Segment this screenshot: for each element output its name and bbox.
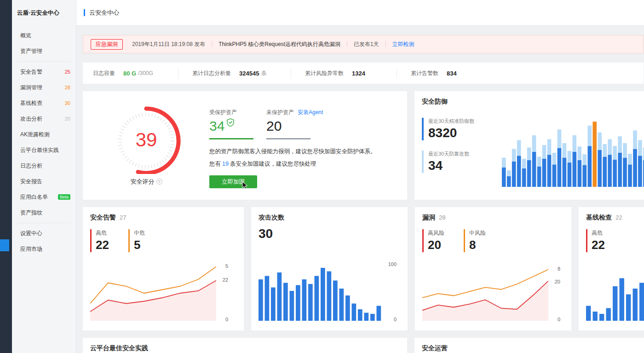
alerts-trend-chart: 5 22 0 [90, 263, 228, 324]
axis-label: 0 [394, 317, 397, 322]
banner-vuln-title: ThinkPHP5 核心类Request远程代码执行高危漏洞 [218, 41, 340, 48]
stat-log-analyzed: 累计日志分析量 324545 条 [178, 68, 291, 78]
protected-assets: 受保护资产 34 [209, 109, 260, 139]
sidebar-item-vuln-management[interactable]: 漏洞管理28 [12, 80, 76, 95]
axis-label: 100 [388, 261, 397, 267]
axis-label: 5 [225, 263, 228, 269]
security-score-value: 39 [106, 129, 187, 151]
menu-label: 安全报告 [20, 178, 42, 185]
sidebar-item-overview[interactable]: 概览 [12, 28, 76, 43]
score-description: 您的资产防御黑客入侵能力很弱，建议您尽快加固安全防护体系。 [209, 148, 398, 156]
sidebar-item-attack-analysis[interactable]: 攻击分析20 [12, 111, 76, 127]
divider [347, 41, 347, 47]
unprotected-assets: 未保护资产安装Agent 20 [266, 109, 323, 139]
defense-card-title: 安全防御 [422, 98, 448, 106]
sidebar-item-app-whitelist[interactable]: 应用白名单Beta [12, 189, 76, 205]
check-now-link[interactable]: 立即检测 [392, 41, 414, 48]
sidebar-item-baseline-check[interactable]: 基线检查30 [12, 95, 76, 111]
menu-label: 安全告警 [20, 68, 42, 76]
shield-check-icon [227, 118, 234, 127]
precise-defense-stat: 最近30天精准防御数 8320 [422, 118, 500, 140]
banner-published-days: 已发布1天 [354, 41, 379, 48]
baseline-bars [586, 263, 644, 321]
axis-label: 20 [555, 279, 560, 284]
menu-label: 设置中心 [20, 230, 42, 237]
axis-label: 0 [225, 317, 228, 322]
vulns-count-badge: 28 [65, 85, 70, 90]
menu-label: 应用市场 [20, 245, 42, 253]
stat-log-capacity: 日志容量 80 G /300G [83, 68, 178, 78]
menu-label: 基线检查 [20, 99, 42, 107]
sidebar-item-settings[interactable]: 设置中心 [12, 226, 76, 241]
protected-assets-label: 受保护资产 [209, 109, 260, 116]
sidebar-menu: 概览 资产管理 安全告警25 漏洞管理28 基线检查30 攻击分析20 AK泄露… [12, 26, 76, 257]
menu-label: 攻击分析 [20, 115, 42, 123]
info-icon[interactable]: ? [156, 179, 162, 185]
attack-count-badge: 20 [65, 116, 70, 122]
baseline-total-count: 22 [615, 214, 622, 221]
vulnerabilities-card: 漏洞28 高风险 20 中风险 8 8 [415, 207, 571, 330]
sidebar-item-security-alerts[interactable]: 安全告警25 [12, 64, 76, 80]
defense-stats: 最近30天精准防御数 8320 最近30天防篡改数 34 [422, 118, 500, 183]
menu-label: 日志分析 [20, 162, 42, 170]
security-operations-title: 安全运营 [422, 344, 448, 353]
menu-label: 资产管理 [20, 47, 42, 55]
sidebar-item-ak-leak-detect[interactable]: AK泄露检测 [12, 127, 76, 142]
unprotected-assets-value: 20 [266, 118, 323, 134]
mouse-cursor [242, 181, 248, 190]
cloud-best-practice-title: 云平台最佳安全实践 [90, 344, 148, 353]
page-header: 云安全中心 [76, 0, 644, 26]
emergency-vuln-banner: 应急漏洞 2019年1月11日 18:19:08 发布 ThinkPHP5 核心… [83, 35, 644, 53]
baseline-check-card: 基线检查22 高危 22 [579, 207, 644, 330]
sidebar-item-assets[interactable]: 资产管理 [12, 43, 76, 59]
install-agent-link[interactable]: 安装Agent [298, 109, 323, 116]
security-operations-card: 安全运营 [414, 338, 644, 353]
sidebar-item-app-market[interactable]: 应用市场 [12, 241, 76, 257]
menu-divider [17, 61, 70, 62]
menu-label: 资产指纹 [20, 209, 42, 217]
sidebar-item-log-analysis[interactable]: 日志分析 [12, 158, 76, 174]
vulns-medium-risk: 中风险 8 [464, 229, 486, 252]
unprotected-assets-label: 未保护资产 [266, 109, 294, 116]
vulns-total-count: 28 [439, 214, 445, 221]
sidebar-item-asset-fingerprint[interactable]: 资产指纹 [12, 205, 76, 220]
alerts-count-badge: 25 [65, 69, 70, 75]
security-score-card: 39 安全评分? 受保护资产 34 [83, 91, 407, 200]
stat-risk-anomalies: 累计风险异常数 1324 [291, 68, 397, 78]
sidebar-item-security-report[interactable]: 安全报告 [12, 174, 76, 189]
menu-label: 应用白名单 [20, 193, 48, 201]
axis-label: 22 [223, 277, 228, 283]
page-title: 云安全中心 [89, 9, 119, 17]
stats-bar: 日志容量 80 G /300G 累计日志分析量 324545 条 累计风险异常数… [83, 63, 644, 84]
defense-stacked-bars [502, 119, 644, 187]
menu-label: 漏洞管理 [20, 84, 42, 92]
security-alerts-card: 安全告警27 高危 22 中危 5 5 [83, 207, 244, 330]
attacks-card-title: 攻击次数 [259, 214, 284, 222]
defense-bar-chart [502, 119, 644, 187]
baseline-high-risk: 高危 22 [586, 229, 605, 252]
sidebar-title: 云盾·云安全中心 [12, 0, 76, 26]
baseline-card-title: 基线检查22 [586, 214, 622, 222]
menu-divider [17, 223, 70, 223]
beta-tag: Beta [58, 194, 70, 200]
sidebar: 云盾·云安全中心 概览 资产管理 安全告警25 漏洞管理28 基线检查30 攻击… [12, 0, 76, 353]
vulns-line-chart [422, 263, 548, 321]
asset-protection-summary: 受保护资产 34 [209, 109, 398, 188]
content: 应急漏洞 2019年1月11日 18:19:08 发布 ThinkPHP5 核心… [76, 26, 644, 353]
baseline-bar-chart [586, 263, 644, 324]
attacks-total-count: 30 [259, 226, 273, 241]
vulns-trend-chart: 8 20 0 [422, 263, 560, 324]
menu-label: AK泄露检测 [20, 131, 50, 139]
protected-progress-bar [209, 138, 253, 139]
alerts-high-severity: 高危 22 [90, 229, 109, 252]
stat-total-alerts: 累计告警数 834 [397, 68, 644, 78]
reinforce-now-button[interactable]: 立即加固 [209, 175, 257, 188]
score-suggestion: 您有19条安全加固建议，建议您尽快处理 [209, 160, 398, 168]
sidebar-item-cloud-best-practice[interactable]: 云平台最佳实践 [12, 142, 76, 158]
emergency-vuln-tag: 应急漏洞 [91, 39, 123, 50]
suggestion-count-link[interactable]: 19 [222, 161, 229, 167]
baseline-count-badge: 30 [65, 100, 70, 106]
security-defense-card: 安全防御 最近30天精准防御数 8320 最近30天防篡改数 34 [414, 91, 644, 200]
alerts-card-title: 安全告警27 [90, 214, 126, 222]
main-area: 云安全中心 应急漏洞 2019年1月11日 18:19:08 发布 ThinkP… [76, 0, 644, 353]
